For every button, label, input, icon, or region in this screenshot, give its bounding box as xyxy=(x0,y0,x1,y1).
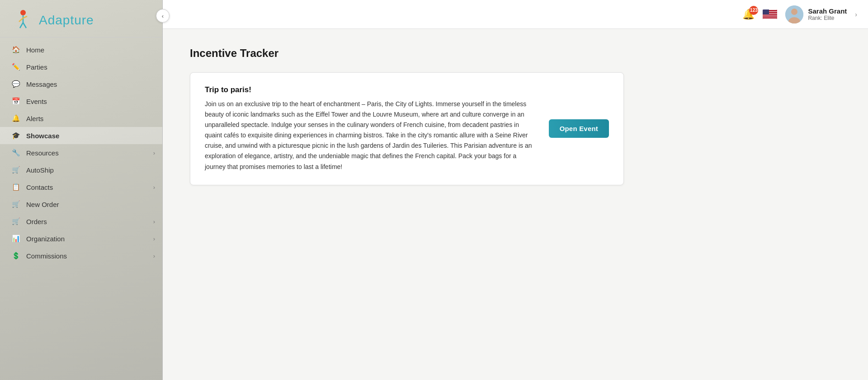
sidebar-item-label: Resources xyxy=(26,149,59,157)
resources-icon: 🔧 xyxy=(11,149,21,157)
sidebar-item-home[interactable]: 🏠 Home xyxy=(0,41,162,58)
sidebar-item-label: Contacts xyxy=(26,183,53,191)
notification-bell[interactable]: 🔔 123 xyxy=(742,9,755,20)
user-info: Sarah Grant Rank: Elite xyxy=(808,7,847,21)
header: 🔔 123 Sarah Gran xyxy=(163,0,868,29)
sidebar: Adapture ‹ 🏠 Home ✏️ Parties 💬 Messages … xyxy=(0,0,163,380)
header-chevron-icon[interactable]: › xyxy=(855,11,857,18)
alerts-icon: 🔔 xyxy=(11,114,21,122)
main-area: 🔔 123 Sarah Gran xyxy=(163,0,868,380)
page-title: Incentive Tracker xyxy=(190,47,841,60)
incentive-content: Trip to paris! Join us on an exclusive t… xyxy=(205,85,534,172)
user-rank: Rank: Elite xyxy=(808,15,847,21)
open-event-button[interactable]: Open Event xyxy=(549,119,609,138)
notification-badge: 123 xyxy=(749,6,758,15)
logo-icon xyxy=(11,8,35,33)
showcase-icon: 🎓 xyxy=(11,131,21,140)
sidebar-item-label: Orders xyxy=(26,218,47,225)
sidebar-item-label: New Order xyxy=(26,201,59,208)
chevron-right-icon: › xyxy=(153,150,155,156)
events-icon: 📅 xyxy=(11,97,21,105)
new-order-icon: 🛒 xyxy=(11,200,21,208)
chevron-right-icon: › xyxy=(153,253,155,259)
sidebar-item-new-order[interactable]: 🛒 New Order xyxy=(0,196,162,213)
svg-line-5 xyxy=(23,23,26,28)
organization-icon: 📊 xyxy=(11,235,21,243)
sidebar-item-parties[interactable]: ✏️ Parties xyxy=(0,58,162,75)
sidebar-item-commissions[interactable]: 💲 Commissions › xyxy=(0,247,162,264)
sidebar-item-label: Home xyxy=(26,46,44,54)
sidebar-item-label: Events xyxy=(26,98,47,105)
content-area: Incentive Tracker Trip to paris! Join us… xyxy=(163,29,868,380)
sidebar-item-label: AutoShip xyxy=(26,166,54,174)
chevron-right-icon: › xyxy=(153,218,155,225)
logo-area: Adapture xyxy=(0,0,162,38)
sidebar-item-label: Parties xyxy=(26,63,47,71)
sidebar-item-label: Organization xyxy=(26,235,65,243)
messages-icon: 💬 xyxy=(11,80,21,88)
chevron-right-icon: › xyxy=(153,235,155,242)
toggle-icon: ‹ xyxy=(162,13,164,19)
avatar xyxy=(785,5,803,23)
sidebar-item-contacts[interactable]: 📋 Contacts › xyxy=(0,178,162,196)
chevron-right-icon: › xyxy=(153,184,155,191)
sidebar-item-resources[interactable]: 🔧 Resources › xyxy=(0,144,162,161)
sidebar-item-autoship[interactable]: 🛒 AutoShip xyxy=(0,161,162,178)
sidebar-item-label: Commissions xyxy=(26,252,67,260)
incentive-description: Join us on an exclusive trip to the hear… xyxy=(205,99,534,172)
language-flag[interactable] xyxy=(763,9,777,19)
sidebar-item-orders[interactable]: 🛒 Orders › xyxy=(0,213,162,230)
sidebar-item-messages[interactable]: 💬 Messages xyxy=(0,75,162,93)
contacts-icon: 📋 xyxy=(11,183,21,191)
sidebar-item-label: Showcase xyxy=(26,132,59,140)
home-icon: 🏠 xyxy=(11,46,21,54)
commissions-icon: 💲 xyxy=(11,252,21,260)
svg-line-3 xyxy=(23,16,27,18)
nav-menu: 🏠 Home ✏️ Parties 💬 Messages 📅 Events 🔔 … xyxy=(0,41,162,380)
incentive-card: Trip to paris! Join us on an exclusive t… xyxy=(190,72,624,185)
user-name: Sarah Grant xyxy=(808,7,847,15)
logo-text: Adapture xyxy=(39,13,94,28)
orders-icon: 🛒 xyxy=(11,217,21,225)
svg-point-7 xyxy=(791,9,797,15)
svg-line-4 xyxy=(20,23,23,28)
svg-point-0 xyxy=(20,10,26,15)
sidebar-item-showcase[interactable]: 🎓 Showcase xyxy=(0,127,162,144)
sidebar-item-alerts[interactable]: 🔔 Alerts xyxy=(0,110,162,127)
sidebar-item-events[interactable]: 📅 Events xyxy=(0,93,162,110)
sidebar-item-organization[interactable]: 📊 Organization › xyxy=(0,230,162,247)
incentive-title: Trip to paris! xyxy=(205,85,534,94)
sidebar-item-label: Alerts xyxy=(26,115,43,122)
sidebar-item-label: Messages xyxy=(26,80,57,88)
user-profile[interactable]: Sarah Grant Rank: Elite xyxy=(785,5,847,23)
parties-icon: ✏️ xyxy=(11,63,21,71)
sidebar-toggle[interactable]: ‹ xyxy=(156,9,170,23)
autoship-icon: 🛒 xyxy=(11,166,21,174)
svg-line-2 xyxy=(19,18,23,22)
